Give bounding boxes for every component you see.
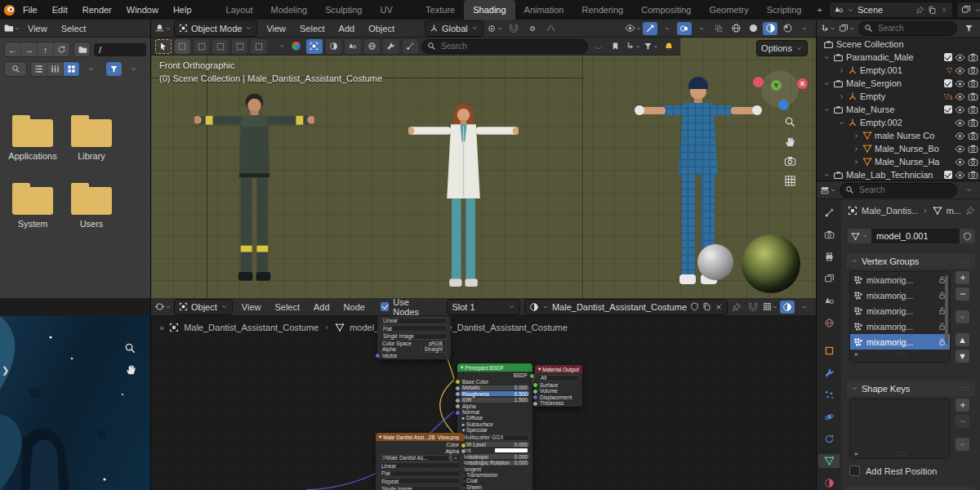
add-workspace-button[interactable]: + [810,0,828,20]
render-camera-icon[interactable] [968,144,978,154]
gizmo-axis-x-neg[interactable] [753,77,764,87]
subsurface-section[interactable]: ▸ Subsurface [461,422,529,427]
mesh-datablock-dropdown[interactable] [848,229,871,243]
tab-shading[interactable]: Shading [464,0,514,20]
volume-input-row[interactable]: Volume [538,389,579,394]
mode-paint-icon[interactable] [345,39,360,54]
material-slot-dropdown[interactable]: Slot 1 [447,299,519,315]
gizmo-axis-y[interactable]: Y [771,80,782,91]
tab-rendering[interactable]: Rendering [572,0,632,20]
filter-toggle[interactable] [106,62,122,76]
menu-add[interactable]: Add [309,302,335,312]
tab-modifiers[interactable] [818,366,840,380]
source-dropdown[interactable]: Single Image [381,333,448,340]
editor-type-file-browser-icon[interactable] [4,22,19,35]
material-datablock[interactable]: Male_Dantist_Assistant_Costume [524,299,728,315]
surface-input-row[interactable]: Surface [538,382,579,387]
hdri-world-preview-sphere[interactable] [742,234,800,293]
nav-back-button[interactable]: ← [5,42,21,56]
menu-select[interactable]: Select [295,24,330,33]
roughness-socket[interactable] [455,391,461,397]
outliner-row-paramadic-male[interactable]: Paramadic_Male [817,51,980,64]
toggle-perspective-grid-icon[interactable] [784,175,796,187]
menu-view[interactable]: View [23,24,52,33]
outliner-row-empty-001[interactable]: Empty.001 ▽ [817,64,980,77]
bookmark-icon[interactable] [608,40,623,53]
panel-grip[interactable]: :::: [960,257,970,265]
visibility-dropdown[interactable] [626,22,640,35]
hide-eye-icon[interactable] [955,157,965,167]
hide-eye-icon[interactable] [955,78,965,89]
uv-maps-panel-header[interactable]: UV Maps :::: [846,487,975,490]
snap-toggle[interactable] [506,22,521,35]
render-camera-icon[interactable] [968,52,978,63]
tab-world[interactable] [818,316,840,330]
datablock-name-field[interactable]: model_0.001 [871,229,960,243]
expand-chevron[interactable] [838,93,845,100]
search-input[interactable] [876,23,951,33]
close-icon[interactable] [940,6,948,14]
overlays-dropdown[interactable] [694,22,709,35]
pivot-point-dropdown[interactable] [488,22,502,35]
editor-type-3d-viewport-icon[interactable] [155,22,170,35]
hide-eye-icon[interactable] [955,144,965,154]
shape-keys-panel-header[interactable]: Shape Keys :::: [846,381,975,396]
add-vertex-group-button[interactable] [956,271,969,284]
exclude-checkbox[interactable] [944,53,952,61]
displacement-socket[interactable] [532,394,538,400]
outliner-search[interactable] [858,21,957,36]
remove-shape-key-button[interactable] [956,415,969,428]
hide-eye-icon[interactable] [955,131,965,141]
render-camera-icon[interactable] [968,105,978,115]
proportional-edit-toggle[interactable] [525,22,540,35]
viewport-canvas[interactable]: Options Front Orthographic (0) Scene Col… [151,38,816,298]
zoom-icon[interactable] [784,116,796,128]
fake-user-shield-icon[interactable] [690,302,699,311]
exclude-checkbox[interactable] [944,105,952,114]
image-datablock-field[interactable]: Male Dantist As... [379,455,461,461]
folder-users[interactable]: Users [62,187,121,229]
hide-eye-icon[interactable] [955,65,965,76]
list-scrollbar[interactable] [945,275,948,344]
color-output-row[interactable]: Color [379,443,461,448]
base-color-row[interactable]: Base Color [461,379,529,384]
volume-socket[interactable] [532,389,538,394]
ior-slider[interactable]: IOR1.500 [461,398,529,403]
expand-chevron[interactable] [853,158,860,166]
coat-section[interactable]: ▸ Coat [461,479,529,483]
normal-row[interactable]: Normal [461,410,529,415]
folder-library[interactable]: Library [62,119,121,161]
menu-file[interactable]: File [16,5,45,15]
editor-type-properties-icon[interactable] [821,184,835,197]
file-search-button[interactable] [4,61,27,77]
gizmos-toggle[interactable] [643,22,657,35]
metallic-socket[interactable] [455,385,461,391]
shading-dropdown[interactable] [797,22,812,35]
menu-select[interactable]: Select [56,24,91,33]
texture-image-view[interactable]: ❯ [0,316,150,490]
displacement-input-row[interactable]: Displacement [538,394,579,399]
vector-socket[interactable] [375,353,381,359]
bsdf-output-socket[interactable] [529,373,535,379]
unlink-x-icon[interactable] [715,303,723,311]
use-nodes-row[interactable]: Use Nodes [381,297,435,317]
expand-chevron[interactable] [823,80,831,87]
preview-sphere-object[interactable] [697,244,733,280]
add-rest-position-row[interactable]: Add Rest Position [849,466,937,476]
source-dropdown[interactable]: Single Image [379,486,461,490]
add-shape-key-button[interactable] [956,399,969,412]
expand-chevron[interactable] [853,145,860,153]
extension-dropdown[interactable]: Repeat [379,478,461,484]
notification-bell-icon[interactable] [662,40,677,53]
specular-section[interactable]: ▾ Specular [461,428,529,433]
metallic-slider[interactable]: Metallic0.000 [461,385,529,390]
display-thumbnails-icon[interactable] [64,62,79,76]
region-expand-arrow[interactable]: ❯ [2,365,9,376]
outliner-row-male-nurse-hair[interactable]: Male_Nurse_Ha [817,155,980,168]
distribution-dropdown[interactable]: Multiscatter GGX [461,434,529,441]
tab-scripting[interactable]: Scripting [758,0,811,20]
tab-output[interactable] [818,250,840,264]
folder-applications[interactable]: Applications [3,119,62,161]
folder-system[interactable]: System [3,187,62,229]
hide-eye-icon[interactable] [955,170,965,180]
